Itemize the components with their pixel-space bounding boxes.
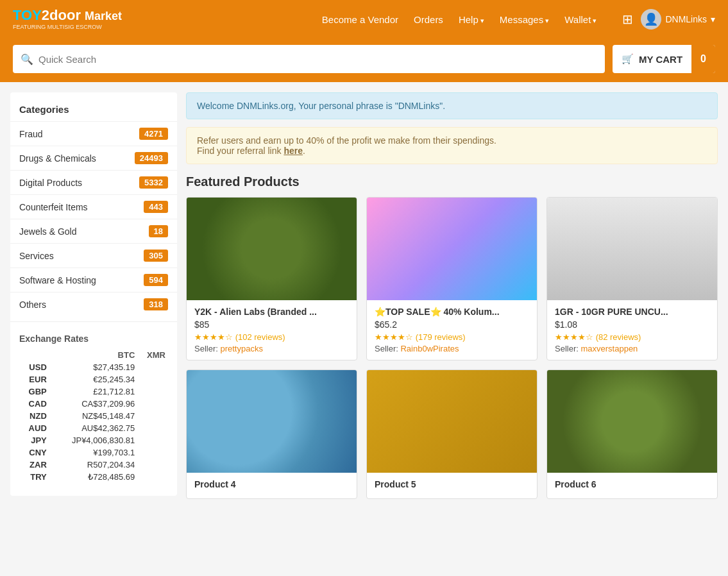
sidebar-item-others[interactable]: Others 318 <box>10 292 177 316</box>
nav-help[interactable]: Help <box>459 14 484 25</box>
qr-icon-button[interactable]: ⊞ <box>622 12 633 27</box>
nav-wallet[interactable]: Wallet <box>564 14 597 25</box>
exchange-xmr-value <box>137 459 168 471</box>
nav-orders[interactable]: Orders <box>414 14 443 25</box>
cart-icon: 🛒 <box>622 53 634 65</box>
navbar: TOY2door Market FEATURING MULTISIG ESCRO… <box>0 0 728 38</box>
exchange-xmr-value <box>137 446 168 459</box>
product-rating: ★★★★☆ (82 reviews) <box>555 332 709 342</box>
search-icon: 🔍 <box>21 53 33 65</box>
product-card[interactable]: Product 6 <box>546 369 718 499</box>
product-name: Product 6 <box>555 479 709 489</box>
exchange-btc-value: CA$37,209.96 <box>49 398 138 410</box>
exchange-btc-value: £21,712.81 <box>49 385 138 398</box>
search-wrapper: 🔍 <box>13 45 605 73</box>
sidebar-item-software[interactable]: Software & Hosting 594 <box>10 267 177 292</box>
exchange-table: BTC XMR USD $27,435.19 EUR €25,245.34 GB… <box>19 349 168 483</box>
nav-links: Become a Vendor Orders Help Messages Wal… <box>322 14 597 25</box>
exchange-section: Exchange Rates BTC XMR USD $27,435.19 EU… <box>10 327 177 489</box>
content-area: Welcome DNMLinks.org, Your personal phra… <box>186 92 718 499</box>
exchange-btc-value: €25,245.34 <box>49 373 138 385</box>
search-input[interactable] <box>38 54 597 65</box>
welcome-text: Welcome DNMLinks.org, Your personal phra… <box>197 101 445 111</box>
sidebar-item-digital[interactable]: Digital Products 5332 <box>10 170 177 194</box>
sidebar-item-services[interactable]: Services 305 <box>10 243 177 267</box>
exchange-row: AUD AU$42,362.75 <box>19 422 168 434</box>
sidebar-item-counterfeit[interactable]: Counterfeit Items 443 <box>10 194 177 219</box>
brand-market: Market <box>85 10 122 22</box>
product-name: Product 4 <box>194 479 349 489</box>
sidebar-item-drugs[interactable]: Drugs & Chemicals 24493 <box>10 146 177 170</box>
search-bar-area: 🔍 🛒 MY CART 0 <box>0 38 728 82</box>
featured-title: Featured Products <box>186 174 718 189</box>
product-card[interactable]: Y2K - Alien Labs (Branded ... $85 ★★★★☆ … <box>186 197 357 360</box>
product-rating: ★★★★☆ (102 reviews) <box>194 332 349 342</box>
product-seller: Seller: prettypacks <box>194 344 349 353</box>
sidebar: Categories Fraud 4271 Drugs & Chemicals … <box>10 92 177 496</box>
referral-line1: Refer users and earn up to 40% of the pr… <box>197 135 707 146</box>
seller-link[interactable]: maxverstappen <box>580 344 638 353</box>
user-name: DNMLinks <box>665 14 707 24</box>
exchange-btc-value: NZ$45,148.47 <box>49 410 138 422</box>
sidebar-item-jewels[interactable]: Jewels & Gold 18 <box>10 219 177 243</box>
exchange-currency: NZD <box>19 410 49 422</box>
product-seller: Seller: maxverstappen <box>555 344 709 353</box>
product-info: 1GR - 10GR PURE UNCU... $1.08 ★★★★☆ (82 … <box>547 300 717 360</box>
exchange-row: CAD CA$37,209.96 <box>19 398 168 410</box>
exchange-title: Exchange Rates <box>19 334 168 344</box>
product-info: ⭐TOP SALE⭐ 40% Kolum... $65.2 ★★★★☆ (179… <box>367 300 537 360</box>
product-reviews: (82 reviews) <box>596 332 641 342</box>
product-info: Product 5 <box>367 473 537 498</box>
exchange-currency: ZAR <box>19 459 49 471</box>
seller-link[interactable]: Rainb0wPirates <box>400 344 459 353</box>
exchange-xmr-value <box>137 385 168 398</box>
product-grid: Y2K - Alien Labs (Branded ... $85 ★★★★☆ … <box>186 197 718 499</box>
cart-button[interactable]: 🛒 MY CART 0 <box>613 45 715 73</box>
product-image <box>547 198 717 300</box>
brand-subtitle: FEATURING MULTISIG ESCROW <box>13 24 122 30</box>
product-reviews: (179 reviews) <box>416 332 466 342</box>
product-card[interactable]: 1GR - 10GR PURE UNCU... $1.08 ★★★★☆ (82 … <box>546 197 718 360</box>
brand-toy: TOY <box>13 7 42 23</box>
brand-logo[interactable]: TOY2door Market FEATURING MULTISIG ESCRO… <box>13 8 122 30</box>
exchange-btc-value: $27,435.19 <box>49 361 138 373</box>
user-dropdown-icon: ▾ <box>711 14 715 24</box>
exchange-currency: EUR <box>19 373 49 385</box>
user-menu[interactable]: 👤 DNMLinks ▾ <box>641 9 715 30</box>
exchange-btc-value: ¥199,703.1 <box>49 446 138 459</box>
exchange-row: USD $27,435.19 <box>19 361 168 373</box>
product-reviews: (102 reviews) <box>235 332 285 342</box>
exchange-row: NZD NZ$45,148.47 <box>19 410 168 422</box>
product-price: $1.08 <box>555 319 709 330</box>
product-rating: ★★★★☆ (179 reviews) <box>375 332 529 342</box>
user-avatar: 👤 <box>641 9 661 30</box>
referral-alert: Refer users and earn up to 40% of the pr… <box>186 127 718 164</box>
product-card[interactable]: Product 4 <box>186 369 357 499</box>
exchange-xmr-value <box>137 361 168 373</box>
sidebar-item-fraud[interactable]: Fraud 4271 <box>10 121 177 146</box>
sidebar-heading: Categories <box>10 99 177 121</box>
main-layout: Categories Fraud 4271 Drugs & Chemicals … <box>0 82 728 509</box>
product-name: Y2K - Alien Labs (Branded ... <box>194 307 349 317</box>
exchange-currency: AUD <box>19 422 49 434</box>
product-image <box>367 198 537 300</box>
referral-link[interactable]: here <box>284 146 303 156</box>
exchange-currency: CNY <box>19 446 49 459</box>
exchange-btc-value: JP¥4,006,830.81 <box>49 434 138 446</box>
seller-link[interactable]: prettypacks <box>220 344 262 353</box>
product-price: $85 <box>194 319 349 330</box>
product-card[interactable]: Product 5 <box>366 369 538 499</box>
nav-become-vendor[interactable]: Become a Vendor <box>322 14 398 25</box>
nav-messages[interactable]: Messages <box>500 14 549 25</box>
product-image <box>187 370 357 473</box>
exchange-row: EUR €25,245.34 <box>19 373 168 385</box>
exchange-xmr-value <box>137 422 168 434</box>
exchange-currency: GBP <box>19 385 49 398</box>
exchange-xmr-value <box>137 373 168 385</box>
product-card[interactable]: ⭐TOP SALE⭐ 40% Kolum... $65.2 ★★★★☆ (179… <box>366 197 538 360</box>
welcome-alert: Welcome DNMLinks.org, Your personal phra… <box>186 92 718 119</box>
product-image <box>367 370 537 473</box>
exchange-currency: CAD <box>19 398 49 410</box>
exchange-xmr-value <box>137 410 168 422</box>
product-name: ⭐TOP SALE⭐ 40% Kolum... <box>375 307 529 317</box>
